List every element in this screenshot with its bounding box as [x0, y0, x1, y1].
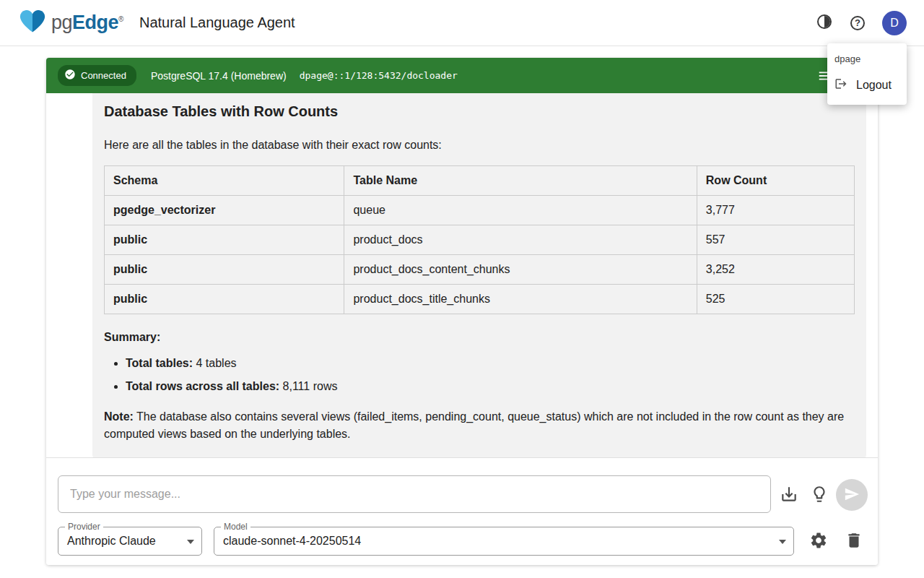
model-select-value: claude-sonnet-4-20250514 [223, 535, 361, 548]
logout-icon [834, 77, 847, 93]
gear-icon [809, 531, 828, 552]
provider-select[interactable]: Provider Anthropic Claude [58, 527, 202, 556]
logout-menu-item[interactable]: Logout [827, 72, 907, 99]
clear-chat-button[interactable] [845, 532, 863, 551]
cell-table-name: queue [344, 196, 697, 225]
chevron-down-icon [779, 540, 786, 544]
cell-row-count: 3,252 [697, 255, 854, 285]
message-note: Note: The database also contains several… [104, 408, 855, 443]
assistant-message: Database Tables with Row Counts Here are… [92, 93, 866, 457]
cell-schema: public [105, 225, 344, 255]
chat-card: Connected PostgreSQL 17.4 (Homebrew) dpa… [46, 58, 878, 565]
connection-bar: Connected PostgreSQL 17.4 (Homebrew) dpa… [46, 58, 878, 93]
message-intro: Here are all the tables in the database … [104, 137, 855, 154]
table-row: public product_docs_title_chunks 525 [105, 285, 855, 314]
cell-schema: public [105, 255, 344, 285]
message-heading: Database Tables with Row Counts [104, 100, 855, 122]
help-button[interactable]: ? [850, 16, 865, 30]
table-row: pgedge_vectorizer queue 3,777 [105, 196, 855, 225]
logout-label: Logout [856, 79, 892, 92]
download-icon [780, 485, 798, 506]
theme-toggle-button[interactable] [816, 13, 833, 33]
summary-item: Total tables: 4 tables [126, 355, 855, 372]
avatar[interactable]: D [882, 11, 907, 35]
composer: Provider Anthropic Claude Model claude-s… [46, 457, 878, 565]
table-row: public product_docs 557 [105, 225, 855, 255]
cell-row-count: 3,777 [697, 196, 854, 225]
column-header-table-name: Table Name [344, 166, 697, 196]
tips-button[interactable] [810, 486, 829, 504]
provider-select-label: Provider [65, 522, 103, 532]
user-menu-username: dpage [827, 49, 907, 72]
user-menu: dpage Logout [827, 43, 907, 105]
brand-wordmark: pgEdge® [51, 13, 123, 33]
cell-schema: public [105, 285, 344, 314]
pgedge-logo-icon [17, 9, 48, 38]
cell-table-name: product_docs_content_chunks [344, 255, 697, 285]
cell-schema: pgedge_vectorizer [105, 196, 344, 225]
pgedge-logo: pgEdge® [17, 9, 123, 38]
download-button[interactable] [780, 486, 798, 504]
cell-row-count: 557 [697, 225, 854, 255]
page-title: Natural Language Agent [139, 14, 295, 31]
summary-list: Total tables: 4 tables Total rows across… [104, 355, 855, 395]
model-select-label: Model [221, 522, 250, 532]
app-header: pgEdge® Natural Language Agent ? D [0, 0, 924, 46]
settings-button[interactable] [809, 532, 828, 551]
connection-status-badge: Connected [58, 65, 136, 86]
connection-dsn: dpage@::1/128:5432/docloader [300, 70, 458, 81]
cell-table-name: product_docs_title_chunks [344, 285, 697, 314]
cell-table-name: product_docs [344, 225, 697, 255]
send-icon [844, 486, 860, 504]
connection-status-label: Connected [81, 70, 126, 81]
server-version-label: PostgreSQL 17.4 (Homebrew) [151, 70, 287, 82]
chevron-down-icon [187, 540, 194, 544]
table-header-row: Schema Table Name Row Count [105, 166, 855, 196]
column-header-schema: Schema [105, 166, 344, 196]
check-circle-icon [64, 69, 76, 82]
message-list[interactable]: Database Tables with Row Counts Here are… [46, 93, 878, 457]
message-input[interactable] [58, 475, 771, 513]
summary-item: Total rows across all tables: 8,111 rows [126, 378, 855, 395]
db-tables-table: Schema Table Name Row Count pgedge_vecto… [104, 165, 855, 314]
provider-select-value: Anthropic Claude [67, 535, 156, 548]
column-header-row-count: Row Count [697, 166, 854, 196]
help-icon: ? [850, 16, 865, 30]
summary-label: Summary: [104, 329, 855, 346]
send-button[interactable] [836, 479, 868, 511]
cell-row-count: 525 [697, 285, 854, 314]
lightbulb-icon [810, 485, 829, 506]
trash-icon [845, 531, 863, 552]
table-row: public product_docs_content_chunks 3,252 [105, 255, 855, 285]
model-select[interactable]: Model claude-sonnet-4-20250514 [214, 527, 794, 556]
theme-toggle-icon [816, 13, 833, 33]
